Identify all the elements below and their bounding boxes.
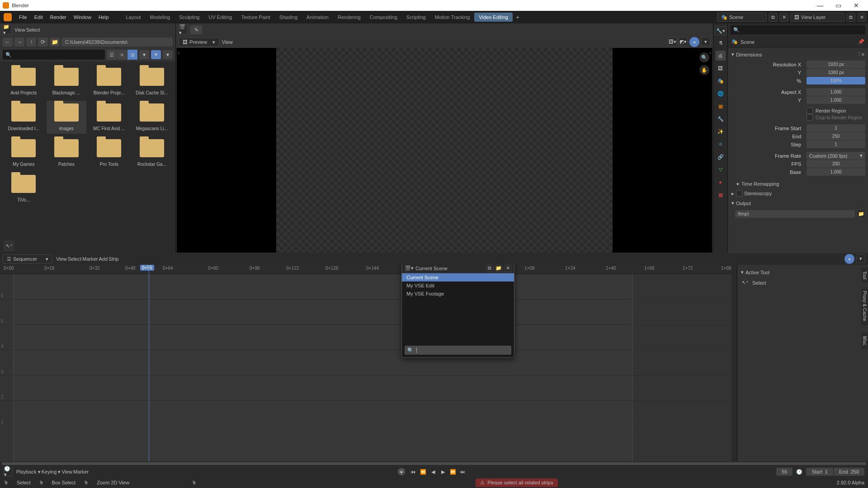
seq-menu-add[interactable]: Add	[99, 256, 108, 262]
jump-end-button[interactable]: ⏭	[458, 468, 467, 476]
filter-button[interactable]: ▼	[151, 50, 161, 59]
tab-particles-icon[interactable]: ✨	[716, 127, 726, 136]
filter-settings-button[interactable]: ▾	[163, 50, 173, 59]
seq-overlay-toggle[interactable]: ●	[844, 254, 854, 264]
viewlayer-delete-button[interactable]: ✕	[857, 13, 866, 22]
scene-breadcrumb[interactable]: Scene	[741, 39, 755, 45]
auto-key-button[interactable]: ●	[398, 468, 405, 475]
frame-end-field[interactable]: 250	[807, 132, 865, 140]
folder-item[interactable]: Patches	[47, 136, 87, 169]
tab-render-icon[interactable]: ⚗	[716, 38, 726, 48]
panel-time-remapping-header[interactable]: ▸ Time Remapping	[731, 179, 865, 188]
tab-physics-icon[interactable]: ⚛	[716, 139, 726, 149]
tab-constraints-icon[interactable]: 🔗	[716, 152, 726, 162]
timeline-scrollbar-v[interactable]	[731, 265, 737, 461]
editor-type-timeline[interactable]: 🕐▾	[4, 467, 13, 476]
folder-item[interactable]: Avid Projects	[4, 65, 44, 98]
resolution-x-field[interactable]: 1920 px	[807, 61, 865, 68]
folder-item[interactable]: images	[47, 101, 87, 134]
folder-item[interactable]: MC First Avid ...	[89, 101, 129, 134]
editor-type-filebrowser[interactable]: 📁▾	[3, 25, 12, 34]
scene-dropdown-item[interactable]: Current Scene	[402, 273, 514, 282]
close-button[interactable]: ✕	[847, 2, 865, 9]
jump-start-button[interactable]: ⏮	[409, 468, 418, 476]
view-list-vertical-button[interactable]: ☰	[107, 50, 117, 60]
tab-texture-icon[interactable]: ▦	[716, 190, 726, 200]
scene-delete-button[interactable]: ✕	[779, 13, 788, 22]
workspace-tab-uv-editing[interactable]: UV Editing	[204, 13, 236, 22]
fb-menu-view[interactable]: View	[14, 27, 25, 33]
view-thumbnails-button[interactable]: ⊞	[127, 50, 137, 60]
scene-new-icon[interactable]: ⧉	[486, 265, 493, 272]
tab-world-icon[interactable]: 🌐	[716, 89, 726, 99]
render-region-checkbox[interactable]	[807, 108, 813, 114]
folder-item[interactable]: TiVo...	[4, 172, 44, 205]
display-settings-button[interactable]: ▾	[139, 50, 149, 59]
folder-item[interactable]: Disk Cache Sl...	[132, 65, 172, 98]
output-browse-button[interactable]: 📁	[857, 209, 865, 218]
seq-menu-view[interactable]: View	[56, 256, 67, 262]
nav-back-button[interactable]: ←	[3, 38, 13, 47]
fb-menu-select[interactable]: Select	[26, 27, 40, 33]
main-menu-help[interactable]: Help	[95, 14, 113, 20]
folder-item[interactable]: My Games	[4, 136, 44, 169]
nav-newfolder-button[interactable]: 📁	[50, 38, 60, 47]
nav-up-button[interactable]: ↑	[26, 38, 36, 47]
keyframe-next-button[interactable]: ⏩	[448, 468, 458, 476]
workspace-tab-sculpting[interactable]: Sculpting	[175, 13, 204, 22]
sidebar-tab-misc[interactable]: Misc	[861, 333, 868, 349]
path-input[interactable]: C:\Users\45239\Documents\	[61, 38, 173, 47]
crop-region-checkbox[interactable]	[807, 114, 813, 121]
current-frame-field[interactable]: 55	[776, 468, 793, 476]
sequencer-track[interactable]: 3	[0, 350, 731, 375]
workspace-tab-rendering[interactable]: Rendering	[333, 13, 365, 22]
collapse-icon[interactable]: ‹	[709, 50, 711, 56]
sequencer-track[interactable]: 1	[0, 400, 731, 426]
seq-overlay-settings[interactable]: ▾	[856, 254, 865, 263]
scene-dropdown-item[interactable]: My VSE Edit	[402, 282, 514, 290]
preview-canvas[interactable]: › 🔍 ✋ ‹	[177, 48, 712, 253]
panel-output-header[interactable]: ▾ Output	[731, 198, 865, 208]
sequencer-timeline[interactable]: 0+000+160+320+480+550+640+800+960+1120+1…	[0, 265, 731, 461]
playback-menu-playback[interactable]: Playback ▾	[16, 469, 41, 475]
tab-object-icon[interactable]: ▦	[716, 101, 726, 111]
minimize-button[interactable]: —	[811, 2, 829, 9]
folder-item[interactable]: Pro Tools	[89, 136, 129, 169]
main-menu-edit[interactable]: Edit	[31, 14, 47, 20]
editor-type-properties[interactable]: 🔧▾	[715, 26, 726, 35]
viewlayer-selector[interactable]: 🖼View Layer	[790, 13, 844, 22]
tool-annotate[interactable]: ✎	[190, 25, 202, 34]
panel-stereoscopy-header[interactable]: ▸ Stereoscopy	[731, 188, 865, 198]
workspace-tab-texture-paint[interactable]: Texture Paint	[236, 13, 274, 22]
scene-search-input[interactable]: 🔍	[405, 346, 511, 355]
aspect-x-field[interactable]: 1.000	[807, 88, 865, 96]
properties-search[interactable]: 🔍	[731, 25, 865, 34]
sequencer-track[interactable]: 6	[0, 274, 731, 299]
select-tool-icon[interactable]: ↖⁺	[4, 240, 14, 251]
nav-refresh-button[interactable]: ⟳	[38, 38, 48, 47]
tab-data-icon[interactable]: ▽	[716, 164, 726, 174]
preview-overlay-button[interactable]: ◩▾	[679, 37, 688, 46]
panel-menu-icon[interactable]: ⋮≡	[857, 52, 864, 57]
play-reverse-button[interactable]: ◀	[429, 468, 438, 476]
stereoscopy-checkbox[interactable]	[736, 190, 742, 197]
file-search-input[interactable]: 🔍	[3, 50, 105, 60]
scene-browse-icon[interactable]: 📁	[495, 265, 502, 272]
folder-item[interactable]: Blackmagic ...	[47, 65, 87, 98]
sidebar-tab-tool[interactable]: Tool	[861, 267, 868, 283]
main-menu-file[interactable]: File	[15, 14, 31, 20]
resolution-y-field[interactable]: 1080 px	[807, 69, 865, 76]
nav-forward-button[interactable]: →	[14, 38, 24, 47]
tab-material-icon[interactable]: ●	[716, 177, 726, 187]
frame-step-field[interactable]: 1	[807, 141, 865, 148]
expand-icon[interactable]: ›	[178, 50, 179, 56]
workspace-tab-animation[interactable]: Animation	[302, 13, 333, 22]
pin-icon[interactable]: 📌	[858, 39, 864, 45]
folder-item[interactable]: Rockstar Ga...	[132, 136, 172, 169]
workspace-tab-compositing[interactable]: Compositing	[365, 13, 402, 22]
main-menu-window[interactable]: Window	[70, 14, 95, 20]
workspace-tab-shading[interactable]: Shading	[275, 13, 302, 22]
folder-item[interactable]: Blender Proje...	[89, 65, 129, 98]
zoom-icon[interactable]: 🔍	[699, 52, 709, 62]
folder-item[interactable]: Megascans Li...	[132, 101, 172, 134]
